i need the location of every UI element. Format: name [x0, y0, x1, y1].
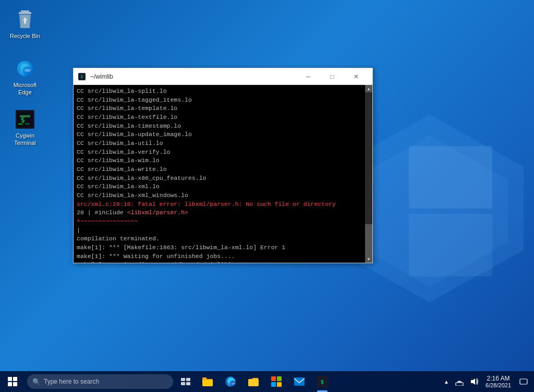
terminal-title-text: ~/wimlib — [90, 73, 296, 80]
terminal-line: CC src/libwim_la-update_image.lo — [77, 130, 362, 139]
terminal-line: CC src/libwim_la-xml.lo — [77, 182, 362, 191]
terminal-window: $ ~/wimlib ─ □ ✕ CC src/libwim_la-split.… — [73, 68, 373, 263]
system-tray: ▲ 2:16 AM 6/28/2021 — [441, 371, 534, 392]
terminal-line: compilation terminated. — [77, 235, 362, 243]
close-button[interactable]: ✕ — [344, 68, 368, 85]
terminal-line: CC src/libwim_la-write.lo — [77, 165, 362, 174]
start-button[interactable] — [0, 371, 25, 392]
svg-rect-20 — [248, 379, 259, 386]
svg-point-7 — [25, 69, 31, 72]
scrollbar-thumb[interactable] — [365, 224, 372, 255]
svg-rect-21 — [271, 376, 276, 381]
terminal-content[interactable]: CC src/libwim_la-split.lo CC src/libwim_… — [74, 85, 372, 263]
edge-label: Microsoft Edge — [8, 81, 42, 96]
mail-icon — [294, 377, 305, 386]
svg-rect-16 — [181, 382, 185, 385]
cygwin-taskbar-icon: $ — [317, 376, 328, 387]
svg-rect-23 — [271, 382, 276, 387]
desktop-icon-recycle-bin[interactable]: Recycle Bin — [6, 7, 44, 42]
tray-overflow-button[interactable]: ▲ — [441, 371, 452, 392]
taskbar-app-explorer2[interactable] — [242, 371, 265, 392]
taskbar-app-file-explorer[interactable] — [196, 371, 219, 392]
terminal-line: CC src/libwim_la-xml_windows.lo — [77, 191, 362, 200]
tray-volume-icon[interactable] — [467, 371, 481, 392]
taskbar-app-edge[interactable] — [219, 371, 242, 392]
terminal-output: CC src/libwim_la-split.lo CC src/libwim_… — [74, 85, 365, 263]
terminal-line: CC src/libwim_la-verify.lo — [77, 148, 362, 157]
cygwin-label: Cygwin Terminal — [8, 132, 42, 147]
svg-rect-24 — [277, 382, 282, 387]
windows-logo-icon — [8, 377, 17, 386]
svg-rect-25 — [294, 377, 305, 386]
svg-rect-28 — [456, 383, 463, 386]
taskbar-search-bar[interactable]: 🔍 Type here to search — [27, 374, 173, 389]
svg-rect-17 — [186, 382, 190, 385]
minimize-button[interactable]: ─ — [296, 68, 320, 85]
scrollbar-down-arrow[interactable]: ▼ — [365, 255, 372, 263]
edge-icon — [15, 58, 35, 79]
task-view-button[interactable] — [175, 371, 196, 392]
svg-point-29 — [459, 382, 460, 383]
terminal-title-icon: $ — [78, 72, 86, 81]
maximize-button[interactable]: □ — [320, 68, 344, 85]
search-icon: 🔍 — [32, 378, 41, 386]
terminal-line: CC src/libwim_la-template.lo — [77, 104, 362, 113]
terminal-line: CC src/libwim_la-wim.lo — [77, 156, 362, 165]
svg-text:$_: $_ — [21, 116, 30, 125]
terminal-line: | — [77, 226, 362, 235]
svg-rect-1 — [409, 214, 492, 276]
taskbar-app-store[interactable] — [265, 371, 288, 392]
terminal-line: make[1]: Leaving directory '/home/c/wiml… — [77, 261, 362, 263]
tray-time: 2:16 AM — [487, 375, 510, 382]
svg-text:$: $ — [81, 75, 83, 79]
tray-network-icon[interactable] — [452, 371, 467, 392]
task-view-icon — [181, 378, 190, 385]
terminal-line: CC src/libwim_la-x86_cpu_features.lo — [77, 174, 362, 183]
volume-icon — [470, 377, 478, 386]
terminal-titlebar: $ ~/wimlib ─ □ ✕ — [74, 68, 372, 85]
taskbar-app-cygwin[interactable]: $ — [311, 371, 334, 392]
terminal-underline-line: ^~~~~~~~~~~~~~~~~ — [77, 217, 362, 226]
taskbar: 🔍 Type here to search — [0, 371, 534, 392]
terminal-line: CC src/libwim_la-timestamp.lo — [77, 122, 362, 131]
terminal-line: make[1]: *** [Makefile:1863: src/libwim_… — [77, 243, 362, 252]
tray-clock[interactable]: 2:16 AM 6/28/2021 — [481, 371, 515, 392]
store-icon — [271, 376, 282, 387]
svg-rect-11 — [18, 124, 22, 125]
search-placeholder-text: Type here to search — [44, 378, 99, 385]
svg-rect-3 — [21, 10, 29, 13]
desktop-icon-edge[interactable]: Microsoft Edge — [6, 56, 44, 99]
scrollbar-up-arrow[interactable]: ▲ — [365, 85, 372, 92]
tray-date: 6/28/2021 — [486, 382, 511, 388]
terminal-line: make[1]: *** Waiting for unfinished jobs… — [77, 252, 362, 261]
svg-text:$: $ — [321, 379, 324, 385]
svg-point-19 — [231, 383, 235, 385]
svg-rect-15 — [186, 378, 190, 381]
svg-rect-22 — [277, 376, 282, 381]
terminal-scrollbar[interactable]: ▲ ▼ — [365, 85, 372, 263]
svg-rect-0 — [409, 146, 492, 209]
tray-overflow-icon: ▲ — [444, 379, 449, 385]
notification-center-button[interactable] — [515, 371, 532, 392]
terminal-include-line: 28 | #include <libxml/parser.h> — [77, 209, 362, 217]
cygwin-icon: $_ — [15, 109, 35, 130]
terminal-error-line: src/xml.c:28:10: fatal error: libxml/par… — [77, 200, 362, 209]
terminal-line: CC src/libwim_la-tagged_items.lo — [77, 96, 362, 105]
network-icon — [455, 377, 464, 386]
desktop-icon-cygwin[interactable]: $_ Cygwin Terminal — [6, 107, 44, 149]
edge-taskbar-icon — [225, 376, 236, 387]
scrollbar-track — [365, 92, 372, 255]
svg-rect-30 — [520, 379, 527, 384]
recycle-bin-icon — [15, 9, 35, 30]
explorer2-icon — [248, 376, 259, 387]
taskbar-app-mail[interactable] — [288, 371, 311, 392]
recycle-bin-label: Recycle Bin — [10, 32, 40, 40]
terminal-line: CC src/libwim_la-split.lo — [77, 87, 362, 96]
terminal-line: CC src/libwim_la-util.lo — [77, 139, 362, 148]
svg-rect-14 — [181, 378, 185, 381]
notification-icon — [519, 377, 528, 386]
terminal-line: CC src/libwim_la-textfile.lo — [77, 113, 362, 122]
file-explorer-icon — [202, 376, 213, 387]
